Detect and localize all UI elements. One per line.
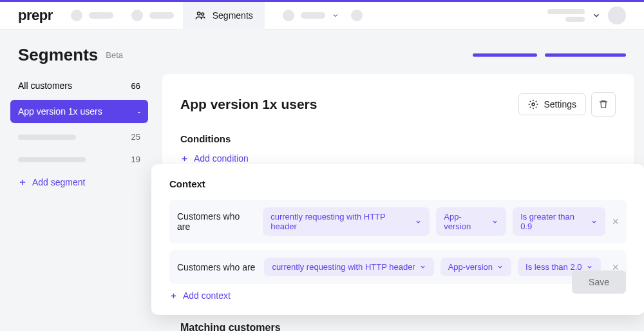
delete-button[interactable] <box>591 92 616 117</box>
sidebar-item-count: 66 <box>131 81 140 91</box>
logo: prepr <box>18 7 53 24</box>
main-panel: App version 1x users Settings Conditions… <box>162 74 634 194</box>
chevron-down-icon <box>491 218 498 225</box>
context-row-1: Customers who are currently requesting w… <box>169 200 627 243</box>
chevron-down-icon <box>415 218 422 225</box>
matching-title: Matching customers <box>180 322 281 331</box>
add-condition-button[interactable]: Add condition <box>180 153 616 164</box>
svg-point-1 <box>202 13 204 15</box>
sidebar: All customers 66 App version 1x users - … <box>10 74 148 194</box>
sidebar-item-all[interactable]: All customers 66 <box>10 74 148 97</box>
chevron-down-icon <box>332 12 339 19</box>
page-header: Segments Beta <box>0 30 644 74</box>
context-prefix: Customers who are <box>177 262 255 272</box>
remove-context-row[interactable]: × <box>612 216 619 227</box>
context-pill-header[interactable]: currently requesting with HTTP header <box>263 207 430 236</box>
beta-badge: Beta <box>106 50 123 60</box>
chevron-down-icon <box>419 263 426 270</box>
segment-title: App version 1x users <box>180 97 317 112</box>
plus-icon <box>169 292 178 300</box>
add-segment-label: Add segment <box>32 177 86 187</box>
chevron-down-icon <box>591 218 598 225</box>
content-area: All customers 66 App version 1x users - … <box>0 74 644 194</box>
topbar: prepr Segments <box>0 2 644 30</box>
user-menu-toggle[interactable] <box>590 9 603 22</box>
gear-icon <box>528 99 538 109</box>
sidebar-placeholder-2: 19 <box>10 148 148 171</box>
plus-icon <box>18 178 27 187</box>
main-header: App version 1x users Settings <box>180 92 616 117</box>
context-pill-op[interactable]: Is greater than 0.9 <box>513 207 605 236</box>
chevron-down-icon <box>497 263 504 270</box>
context-pill-header[interactable]: currently requesting with HTTP header <box>264 258 433 276</box>
nav-placeholder-1 <box>71 10 113 21</box>
conditions-title: Conditions <box>180 133 616 144</box>
progress-indicator <box>473 53 626 57</box>
nav-right <box>547 6 626 24</box>
sidebar-ph-count: 25 <box>131 132 140 142</box>
svg-point-0 <box>197 12 200 15</box>
nav-placeholder-3 <box>283 10 339 21</box>
context-title: Context <box>169 178 627 189</box>
sidebar-item-count: - <box>138 107 140 117</box>
chevron-down-icon <box>586 263 593 270</box>
sidebar-item-label: App version 1x users <box>18 106 102 117</box>
context-row-2: Customers who are currently requesting w… <box>169 250 627 284</box>
settings-button[interactable]: Settings <box>518 93 586 115</box>
svg-point-2 <box>532 103 535 106</box>
context-prefix: Customers who are <box>177 211 254 232</box>
nav-segments-label: Segments <box>213 10 253 21</box>
page-title: Segments <box>18 45 98 65</box>
settings-label: Settings <box>544 99 576 109</box>
plus-icon <box>180 155 189 163</box>
add-context-label: Add context <box>183 290 231 301</box>
nav-placeholder-2 <box>131 10 174 21</box>
chevron-down-icon <box>592 11 601 20</box>
users-icon <box>194 10 206 21</box>
sidebar-item-label: All customers <box>18 80 72 91</box>
context-card: Context Customers who are currently requ… <box>151 164 644 315</box>
nav-segments[interactable]: Segments <box>183 2 265 30</box>
sidebar-item-appversion[interactable]: App version 1x users - <box>10 100 148 123</box>
add-condition-label: Add condition <box>194 153 249 164</box>
add-context-button[interactable]: Add context <box>169 290 627 301</box>
context-pill-field[interactable]: App-version <box>436 207 506 236</box>
add-segment-button[interactable]: Add segment <box>10 171 148 194</box>
save-button[interactable]: Save <box>572 270 626 294</box>
nav-placeholder-4 <box>351 10 363 21</box>
sidebar-ph-count: 19 <box>131 155 140 164</box>
sidebar-placeholder-1: 25 <box>10 126 148 148</box>
context-pill-field[interactable]: App-version <box>440 258 511 276</box>
avatar[interactable] <box>608 6 626 24</box>
trash-icon <box>598 99 609 109</box>
